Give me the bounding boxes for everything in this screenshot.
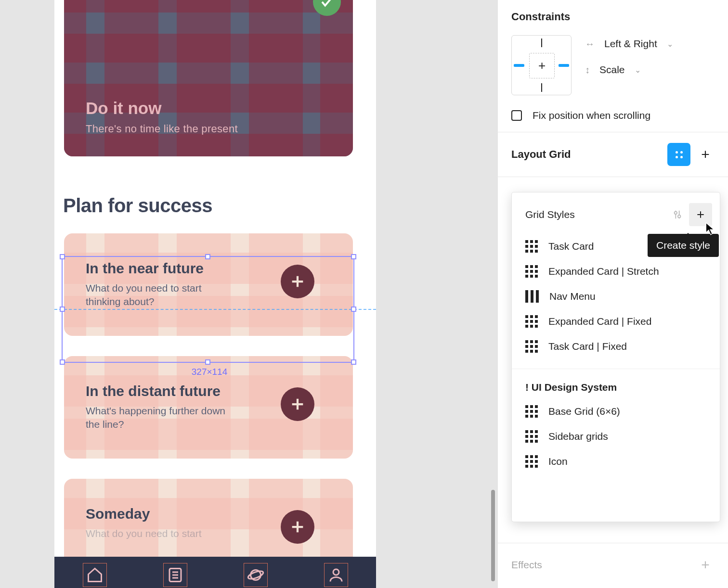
layout-grid-overlay (324, 563, 348, 587)
layout-grid-overlay (64, 34, 353, 63)
vertical-arrow-icon: ↕ (585, 64, 590, 76)
grid-icon (525, 240, 538, 253)
constraint-right-indicator (559, 64, 569, 67)
cursor-icon (705, 222, 716, 238)
layout-grid-styles-button[interactable] (667, 143, 690, 166)
effects-section[interactable]: Effects + (498, 543, 728, 587)
add-button[interactable] (281, 265, 314, 298)
constraint-bottom-indicator (541, 83, 542, 92)
task-card-subtitle: What do you need to start (86, 527, 201, 540)
grid-style-item[interactable]: Sidebar grids (512, 424, 720, 449)
layout-grid-overlay (163, 563, 187, 587)
grid-icon (525, 405, 538, 418)
style-name: Nav Menu (549, 291, 596, 302)
style-settings-button[interactable] (668, 205, 687, 224)
layout-grid-overlay (320, 0, 353, 156)
plus-icon (289, 519, 306, 535)
style-name: Task Card (548, 241, 594, 252)
select-value: Scale (599, 64, 625, 76)
layout-grid-overlay (244, 563, 268, 587)
hero-subtitle: There's no time like the present (86, 123, 238, 135)
columns-icon (525, 290, 539, 303)
task-card-title: In the near future (86, 260, 204, 277)
grid-style-item[interactable]: Task Card | Fixed (512, 334, 720, 359)
grid-icon (525, 455, 538, 468)
grid-style-item[interactable]: Base Grid (6×6) (512, 399, 720, 424)
selection-dimensions: 327×114 (192, 367, 228, 377)
nav-item[interactable] (85, 565, 105, 585)
nav-item[interactable] (165, 565, 185, 585)
hero-card[interactable]: Do it now There's no time like the prese… (64, 0, 353, 156)
artboard[interactable]: Do it now There's no time like the prese… (54, 0, 376, 582)
popup-title: Grid Styles (525, 209, 575, 220)
fix-position-checkbox[interactable] (511, 110, 522, 121)
checkbox-label: Fix position when scrolling (533, 110, 650, 121)
chevron-down-icon: ⌄ (635, 65, 641, 75)
grid-icon (525, 265, 538, 278)
fix-position-row[interactable]: Fix position when scrolling (511, 110, 715, 121)
grid-dots-icon (676, 151, 683, 158)
style-name: Expanded Card | Stretch (548, 266, 659, 277)
layout-grid-overlay (64, 134, 353, 156)
plus-icon: + (701, 557, 710, 573)
plus-icon (289, 396, 306, 412)
add-layout-grid-button[interactable]: + (696, 145, 715, 164)
add-effect-button[interactable]: + (696, 556, 715, 574)
constraint-left-indicator (514, 64, 524, 67)
layout-grid-overlay (249, 0, 303, 156)
canvas-area[interactable]: Do it now There's no time like the prese… (0, 0, 497, 588)
style-name: Base Grid (6×6) (548, 406, 620, 417)
layout-grid-overlay (83, 563, 107, 587)
plus-icon: + (538, 58, 546, 73)
chevron-down-icon: ⌄ (667, 39, 673, 49)
add-button[interactable] (281, 387, 314, 421)
constraint-top-indicator (541, 38, 542, 47)
bottom-nav (54, 557, 376, 588)
constraint-center[interactable]: + (529, 53, 555, 78)
style-name: Expanded Card | Fixed (548, 316, 651, 327)
grid-style-item[interactable]: Nav Menu (512, 284, 720, 309)
constraints-section: Constraints + ↔ Left & Right ⌄ (498, 0, 728, 132)
add-button[interactable] (281, 510, 314, 544)
sliders-icon (672, 209, 683, 220)
horizontal-constraint-select[interactable]: ↔ Left & Right ⌄ (585, 38, 673, 50)
nav-item[interactable] (246, 565, 266, 585)
task-card-title: Someday (86, 506, 150, 522)
constraint-widget[interactable]: + (511, 35, 572, 95)
app-root: Do it now There's no time like the prese… (0, 0, 728, 588)
scrollbar-thumb[interactable] (491, 490, 495, 581)
select-value: Left & Right (604, 38, 657, 50)
section-heading: Constraints (511, 11, 715, 23)
svg-point-16 (678, 215, 681, 218)
plus-icon (696, 210, 705, 219)
grid-icon (525, 430, 538, 443)
library-group-title: ! UI Design System (512, 369, 720, 399)
section-heading: Layout Grid (511, 148, 571, 161)
task-card-subtitle: What do you need to start thinking about… (86, 281, 230, 309)
check-icon (320, 0, 334, 9)
task-card[interactable]: In the near future What do you need to s… (64, 233, 353, 336)
task-card-subtitle: What's happening further down the line? (86, 404, 230, 432)
grid-style-item[interactable]: Expanded Card | Fixed (512, 309, 720, 334)
section-heading: Plan for success (63, 195, 212, 217)
section-heading: Effects (511, 559, 542, 571)
layout-grid-section: Layout Grid + (498, 132, 728, 177)
plus-icon: + (701, 146, 710, 163)
grid-icon (525, 340, 538, 353)
library-styles-list: Base Grid (6×6) Sidebar grids Icon (512, 399, 720, 474)
svg-point-13 (675, 212, 677, 215)
grid-icon (525, 315, 538, 328)
style-name: Task Card | Fixed (548, 341, 627, 352)
plus-icon (289, 273, 306, 290)
vertical-constraint-select[interactable]: ↕ Scale ⌄ (585, 64, 673, 76)
hero-title: Do it now (86, 99, 161, 118)
horizontal-arrow-icon: ↔ (585, 38, 595, 50)
grid-style-item[interactable]: Icon (512, 449, 720, 474)
layout-grid-overlay (64, 0, 353, 13)
nav-item[interactable] (326, 565, 346, 585)
grid-style-item[interactable]: Expanded Card | Stretch (512, 259, 720, 284)
style-name: Sidebar grids (548, 431, 608, 442)
task-card-title: In the distant future (86, 383, 221, 399)
alignment-guide (54, 309, 376, 310)
style-name: Icon (548, 456, 568, 467)
